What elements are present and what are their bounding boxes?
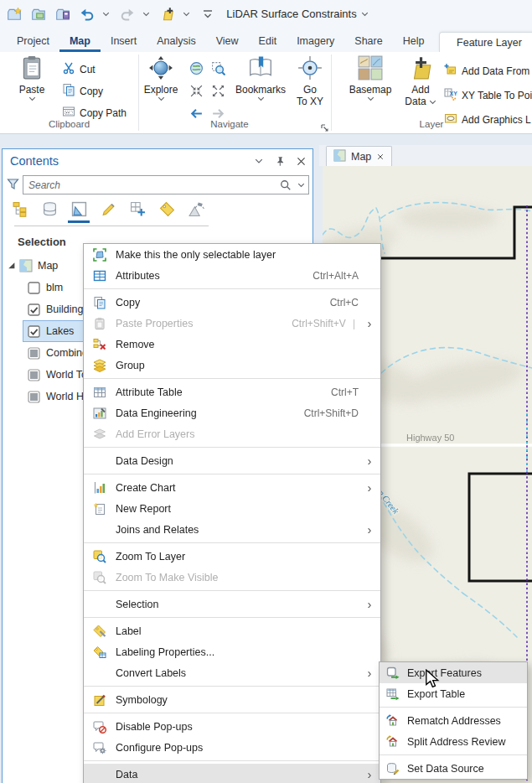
- contextual-tab-label: Feature Layer: [457, 37, 522, 49]
- map-view-tab[interactable]: Map: [326, 146, 392, 166]
- ribbon: Paste Cut Copy Copy Path Clipboard Explo…: [0, 52, 532, 134]
- contents-tab-swipe-tab[interactable]: [185, 201, 207, 223]
- menu-item-add-error-layers[interactable]: Add Error Layers: [84, 423, 380, 444]
- menu-item-attributes[interactable]: AttributesCtrl+Alt+A: [84, 265, 380, 286]
- contents-tab-edit-tab[interactable]: [97, 201, 119, 223]
- contextual-tab-feature-layer[interactable]: Feature Layer: [439, 32, 532, 53]
- menu-item-convert-labels[interactable]: Convert Labels›: [84, 662, 380, 683]
- chevron-down-icon: [28, 96, 36, 101]
- menu-item-selection[interactable]: Selection›: [84, 594, 380, 614]
- menu-item-disable-pop-ups[interactable]: Disable Pop-ups: [84, 716, 380, 737]
- zoom-to-selection-icon[interactable]: [209, 60, 226, 76]
- ribbon-tab-project[interactable]: Project: [7, 30, 59, 52]
- paste-button[interactable]: Paste: [8, 55, 55, 101]
- ribbon-tab-share[interactable]: Share: [344, 30, 392, 52]
- ribbon-tab-analysis[interactable]: Analysis: [147, 30, 206, 52]
- menu-item-split-address-review[interactable]: Split Address Review: [380, 731, 527, 752]
- menu-separator: [84, 713, 380, 713]
- menu-item-zoom-to-layer[interactable]: Zoom To Layer: [84, 546, 380, 567]
- explore-button[interactable]: Explore: [140, 55, 182, 101]
- menu-item-data[interactable]: Data›: [84, 764, 380, 783]
- checkbox-gray[interactable]: [28, 347, 40, 360]
- collapse-extent-icon[interactable]: [188, 82, 204, 99]
- menu-item-new-report[interactable]: New Report: [84, 498, 380, 519]
- menu-item-remove[interactable]: Remove: [84, 334, 380, 355]
- chevron-down-icon: [158, 96, 165, 101]
- menu-item-label: Disable Pop-ups: [116, 721, 359, 733]
- contents-tab-drawing-order[interactable]: [9, 201, 31, 223]
- redo-icon[interactable]: [118, 4, 137, 24]
- navigate-dialog-launcher-icon[interactable]: [320, 121, 330, 131]
- search-icon[interactable]: [278, 179, 293, 191]
- submenu-arrow-icon: ›: [359, 768, 380, 780]
- copy-button[interactable]: Copy: [62, 82, 103, 101]
- menu-item-create-chart[interactable]: Create Chart›: [84, 477, 380, 498]
- search-options-chevron-icon[interactable]: [293, 183, 308, 188]
- checkbox-gray[interactable]: [28, 369, 40, 381]
- menu-item-export-table[interactable]: Export Table: [380, 683, 527, 704]
- chevron-down-icon[interactable]: [102, 4, 112, 24]
- checkbox-unchecked[interactable]: [28, 282, 40, 294]
- menu-item-rematch-addresses[interactable]: Rematch Addresses: [380, 710, 527, 731]
- menu-item-label: Convert Labels: [116, 667, 359, 679]
- chevron-down-icon[interactable]: [142, 4, 152, 24]
- checkbox-checked[interactable]: [28, 303, 40, 316]
- menu-item-make-this-the-only-selectable-layer[interactable]: Make this the only selectable layer: [84, 244, 380, 265]
- filter-icon[interactable]: [7, 178, 20, 191]
- contents-tab-labeling-tab[interactable]: [156, 201, 178, 223]
- undo-icon[interactable]: [78, 4, 96, 24]
- new-project-icon[interactable]: [5, 4, 23, 24]
- save-project-icon[interactable]: [54, 4, 72, 24]
- ribbon-tab-view[interactable]: View: [206, 30, 249, 52]
- menu-item-attribute-table[interactable]: Attribute TableCtrl+T: [84, 381, 380, 402]
- paste-properties-icon: [91, 317, 108, 330]
- menu-item-label: Selection: [116, 599, 359, 610]
- new-item-icon[interactable]: [158, 4, 177, 24]
- layer-label: Combine: [46, 347, 88, 359]
- checkbox-checked[interactable]: [28, 325, 40, 338]
- basemap-button[interactable]: Basemap: [345, 55, 395, 101]
- menu-item-export-features[interactable]: Export Features: [380, 662, 527, 683]
- expand-extent-icon[interactable]: [209, 82, 226, 99]
- ribbon-tab-insert[interactable]: Insert: [101, 30, 147, 52]
- ribbon-tab-help[interactable]: Help: [393, 30, 435, 52]
- go-to-xy-button[interactable]: Go To XY: [291, 55, 329, 107]
- export-features-icon: [385, 666, 400, 680]
- chevron-down-icon[interactable]: [252, 154, 266, 168]
- checkbox-gray[interactable]: [28, 391, 40, 403]
- menu-item-joins-and-relates[interactable]: Joins and Relates›: [84, 519, 380, 540]
- ribbon-tab-map[interactable]: Map: [59, 30, 101, 52]
- chevron-down-icon[interactable]: [183, 4, 193, 24]
- pin-icon[interactable]: [273, 154, 287, 168]
- add-data-from-button[interactable]: Add Data From: [444, 62, 532, 80]
- open-project-icon[interactable]: [29, 4, 48, 24]
- menu-item-group[interactable]: Group: [84, 355, 380, 376]
- bookmarks-button[interactable]: Bookmarks: [235, 55, 287, 101]
- menu-shortcut: Ctrl+Shift+V: [292, 318, 346, 329]
- search-input[interactable]: [23, 179, 278, 191]
- submenu-arrow-icon: ›: [359, 481, 380, 494]
- menu-item-set-data-source[interactable]: Set Data Source: [380, 758, 527, 779]
- menu-item-data-engineering[interactable]: Data EngineeringCtrl+Shift+D: [84, 402, 380, 423]
- contents-tab-selection-tab[interactable]: [68, 201, 90, 223]
- contents-tab-data-source-tab[interactable]: [39, 201, 60, 223]
- close-icon[interactable]: [294, 154, 307, 168]
- menu-item-symbology[interactable]: Symbology: [84, 689, 380, 710]
- menu-item-data-design[interactable]: Data Design›: [84, 450, 380, 471]
- cut-button[interactable]: Cut: [62, 60, 96, 79]
- full-extent-icon[interactable]: [188, 60, 204, 76]
- menu-item-configure-pop-ups[interactable]: Configure Pop-ups: [84, 737, 380, 758]
- menu-item-copy[interactable]: CopyCtrl+C: [84, 292, 380, 313]
- ribbon-tab-edit[interactable]: Edit: [249, 30, 287, 52]
- project-title[interactable]: LiDAR Surface Constraints: [201, 8, 394, 20]
- menu-item-labeling-properties[interactable]: Labeling Properties...: [84, 641, 380, 662]
- expander-icon[interactable]: [7, 261, 17, 271]
- menu-item-zoom-to-make-visible[interactable]: Zoom To Make Visible: [84, 567, 380, 588]
- xy-table-to-poi-button[interactable]: XYXY Table To Poi: [444, 86, 532, 105]
- menu-item-label[interactable]: Label: [84, 620, 380, 641]
- menu-item-paste-properties[interactable]: Paste PropertiesCtrl+Shift+V|›: [84, 313, 380, 334]
- add-data-button[interactable]: Add Data: [400, 55, 442, 107]
- close-icon[interactable]: [376, 153, 385, 161]
- ribbon-tab-imagery[interactable]: Imagery: [287, 30, 344, 52]
- contents-tab-snapping-tab[interactable]: [127, 201, 148, 223]
